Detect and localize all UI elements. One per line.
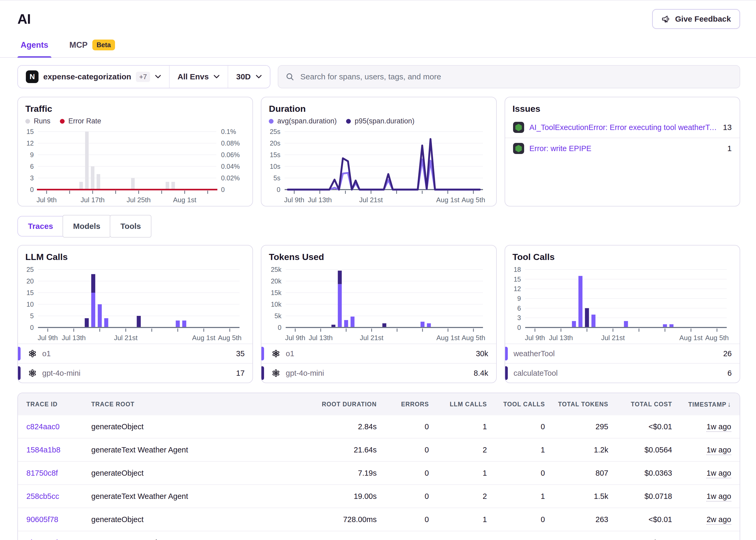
duration-chart: 05s10s15s20s25sJul 9thJul 13thJul 21stAu… [263,126,494,205]
numeric-cell: 2 [429,446,487,454]
series-color-swatch [17,366,21,380]
project-filter[interactable]: N expense-categorization +7 [18,66,170,88]
svg-text:0.04%: 0.04% [221,163,240,170]
svg-text:6: 6 [30,163,34,170]
numeric-cell: 263 [545,515,608,524]
series-count: 17 [236,369,244,378]
timestamp-value[interactable]: 1w ago [706,446,731,455]
svg-text:Jul 25th: Jul 25th [127,196,151,204]
series-count: 8.4k [474,369,488,378]
give-feedback-button[interactable]: Give Feedback [652,9,740,29]
traces-table-body: c824aac0generateObject2.84s010295<$0.011… [18,415,740,540]
timestamp-value[interactable]: 2w ago [706,515,731,525]
legend-dot [60,119,65,124]
trace-id-link[interactable]: 258cb5cc [26,492,91,501]
timestamp-value[interactable]: 2w ago [706,538,731,540]
trace-id-link[interactable]: 1584a1b8 [26,446,91,454]
tab-models[interactable]: Models [63,215,111,237]
traffic-chart: 0030.02%60.04%90.06%120.08%150.1%Jul 9th… [20,126,250,205]
svg-text:Jul 9th: Jul 9th [284,196,304,204]
tab-agents[interactable]: Agents [17,35,52,57]
numeric-cell: 1 [487,446,545,454]
svg-text:Jul 21st: Jul 21st [360,334,383,342]
numeric-cell: 807 [545,469,608,477]
search-icon [286,72,294,81]
trace-root-cell: generateObject [91,515,298,524]
svg-text:Jul 21st: Jul 21st [601,334,625,342]
series-count: 26 [723,349,732,358]
megaphone-icon [661,15,670,24]
usage-breakdown-row: gpt-4o-mini17 [18,364,252,383]
issue-link[interactable]: AI_ToolExecutionError: Error executing t… [529,123,718,132]
numeric-cell: <$0.01 [608,422,672,431]
numeric-cell: 0 [377,422,429,431]
usage-breakdown-row: gpt-4o-mini8.4k [261,364,496,383]
column-header-llm-calls[interactable]: LLM CALLS [429,401,487,408]
timestamp-value[interactable]: 1w ago [706,492,731,501]
svg-text:9: 9 [30,151,34,159]
nav-tabs: Agents MCP Beta [0,35,756,58]
search-bar[interactable] [278,65,740,88]
svg-text:Jul 9th: Jul 9th [285,334,305,342]
trace-id-link[interactable]: 81750c8f [26,469,91,477]
search-input[interactable] [299,72,732,82]
numeric-cell: $0.0363 [608,469,672,477]
timestamp-value[interactable]: 1w ago [706,422,731,432]
numeric-cell: 0 [487,515,545,524]
tab-mcp[interactable]: MCP Beta [66,35,118,57]
overview-cards: Traffic RunsError Rate 0030.02%60.04%90.… [0,88,756,206]
trace-id-link[interactable]: 1b9a433b [26,538,91,540]
environment-filter[interactable]: All Envs [170,66,228,88]
filter-row: N expense-categorization +7 All Envs 30D [0,58,756,88]
svg-text:25k: 25k [271,266,282,273]
legend-item: Error Rate [60,117,101,125]
svg-text:0: 0 [517,324,521,331]
usage-breakdown-row: calculateTool6 [505,364,740,383]
trace-id-link[interactable]: c824aac0 [26,422,91,431]
issues-card-title: Issues [513,104,732,114]
tokens-used-breakdown: o130kgpt-4o-mini8.4k [261,343,496,383]
column-header-root-duration[interactable]: ROOT DURATION [298,401,377,408]
table-row: 1584a1b8generateText Weather Agent21.64s… [18,439,740,462]
svg-text:Jul 13th: Jul 13th [309,334,333,342]
numeric-cell: 4.95s [298,538,377,540]
timestamp-cell: 2w ago [672,515,731,524]
filter-group: N expense-categorization +7 All Envs 30D [17,65,270,88]
column-header-tool-calls[interactable]: TOOL CALLS [487,401,545,408]
column-header-trace-id[interactable]: TRACE ID [26,401,91,408]
trace-id-link[interactable]: 90605f78 [26,515,91,524]
series-name: calculateTool [514,369,722,378]
issue-link[interactable]: Error: write EPIPE [529,144,722,153]
tab-tools[interactable]: Tools [110,215,151,237]
chevron-down-icon [256,74,262,79]
duration-card-title: Duration [269,104,489,114]
timestamp-cell: 1w ago [672,446,731,454]
llm-calls-breakdown: o135gpt-4o-mini17 [18,343,252,383]
column-header-total-cost[interactable]: TOTAL COST [608,401,672,408]
legend-dot [269,119,273,124]
table-row: 1b9a433bgenerateText Weather Agent4.95s0… [18,531,740,540]
series-name: o1 [42,349,230,358]
svg-text:9: 9 [517,295,521,302]
svg-text:5s: 5s [273,174,280,182]
svg-text:15: 15 [26,128,34,135]
date-range-filter[interactable]: 30D [228,66,270,88]
svg-text:6: 6 [517,305,521,312]
timestamp-cell: 2w ago [672,538,731,540]
issue-count: 1 [727,144,732,153]
tab-traces[interactable]: Traces [18,216,63,236]
svg-text:5k: 5k [275,312,282,320]
column-header-errors[interactable]: ERRORS [377,401,429,408]
column-header-timestamp[interactable]: TIMESTAMP↓ [672,400,731,408]
ai-agents-dashboard: AI Give Feedback Agents MCP Beta N expe [0,0,756,540]
timestamp-value[interactable]: 1w ago [706,469,731,478]
column-header-total-tokens[interactable]: TOTAL TOKENS [545,401,608,408]
issue-count: 13 [723,123,732,132]
openai-icon [29,369,36,377]
traffic-card-title: Traffic [25,104,245,114]
numeric-cell: 0 [487,469,545,477]
timestamp-cell: 1w ago [672,469,731,477]
nodejs-platform-icon [513,122,524,133]
column-header-trace-root[interactable]: TRACE ROOT [91,401,298,408]
traces-table-header: TRACE IDTRACE ROOTROOT DURATIONERRORSLLM… [18,393,740,415]
